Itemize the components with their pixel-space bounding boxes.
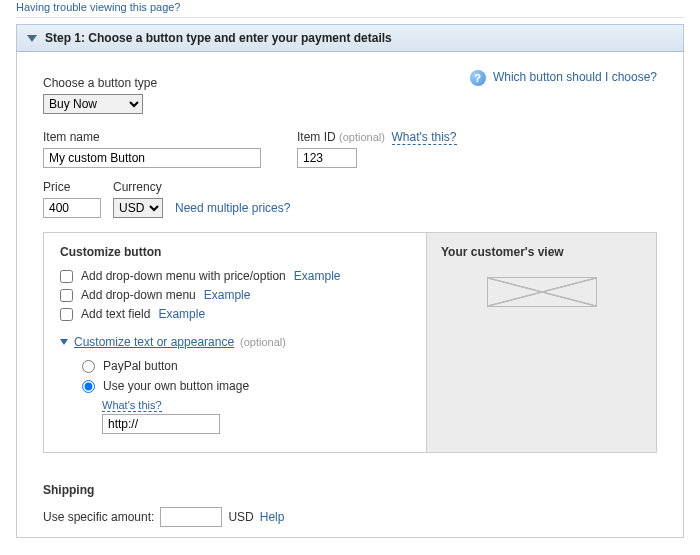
shipping-amount-input[interactable] [160, 507, 222, 527]
image-url-input[interactable] [102, 414, 220, 434]
item-name-input[interactable] [43, 148, 261, 168]
customer-view-panel: Your customer's view [426, 233, 656, 452]
radio-paypal-button[interactable] [82, 360, 95, 373]
whats-this-link[interactable]: What's this? [392, 130, 457, 145]
price-group: Price [43, 180, 101, 218]
placeholder-image-icon [487, 277, 597, 307]
opt-dropdown-price-row: Add drop-down menu with price/option Exa… [60, 269, 410, 283]
item-row: Item name Item ID (optional) What's this… [43, 130, 657, 168]
currency-select[interactable]: USD [113, 198, 163, 218]
trouble-link-text[interactable]: Having trouble viewing this page? [16, 1, 181, 13]
currency-label: Currency [113, 180, 163, 194]
customize-appearance-disclosure[interactable]: Customize text or appearance (optional) [60, 335, 410, 349]
opt-dropdown-example[interactable]: Example [204, 288, 251, 302]
divider [16, 17, 684, 18]
which-button-link[interactable]: Which button should I choose? [493, 70, 657, 84]
shipping-help-link[interactable]: Help [260, 510, 285, 524]
radio-paypal-label: PayPal button [103, 359, 178, 373]
help-icon: ? [470, 70, 486, 86]
customize-appearance-optional: (optional) [240, 336, 286, 348]
opt-textfield-checkbox[interactable] [60, 308, 73, 321]
step-1-panel: ? Which button should I choose? Choose a… [16, 52, 684, 538]
customize-left: Customize button Add drop-down menu with… [44, 233, 426, 452]
shipping-currency: USD [228, 510, 253, 524]
customer-view-title: Your customer's view [441, 245, 642, 259]
radio-paypal-row: PayPal button [82, 359, 410, 373]
whats-this-image-link[interactable]: What's this? [102, 399, 162, 412]
step-1-header[interactable]: Step 1: Choose a button type and enter y… [16, 24, 684, 52]
button-type-select[interactable]: Buy Now [43, 94, 143, 114]
price-input[interactable] [43, 198, 101, 218]
opt-dropdown-price-example[interactable]: Example [294, 269, 341, 283]
item-id-label: Item ID (optional) What's this? [297, 130, 457, 144]
item-id-group: Item ID (optional) What's this? [297, 130, 457, 168]
customize-appearance-link: Customize text or appearance [74, 335, 234, 349]
item-id-label-text: Item ID [297, 130, 336, 144]
customize-title: Customize button [60, 245, 410, 259]
shipping-section: Shipping Use specific amount: USD Help [43, 483, 657, 527]
price-label: Price [43, 180, 101, 194]
item-id-input[interactable] [297, 148, 357, 168]
opt-dropdown-checkbox[interactable] [60, 289, 73, 302]
item-name-group: Item name [43, 130, 261, 168]
chevron-down-icon [60, 339, 68, 345]
item-id-optional: (optional) [339, 131, 385, 143]
own-image-sub: What's this? [102, 399, 410, 434]
opt-dropdown-label: Add drop-down menu [81, 288, 196, 302]
shipping-title: Shipping [43, 483, 657, 497]
item-name-label: Item name [43, 130, 261, 144]
radio-own-image[interactable] [82, 380, 95, 393]
which-button-help: ? Which button should I choose? [470, 70, 657, 86]
customize-panel: Customize button Add drop-down menu with… [43, 232, 657, 453]
opt-dropdown-price-checkbox[interactable] [60, 270, 73, 283]
opt-dropdown-row: Add drop-down menu Example [60, 288, 410, 302]
price-row: Price Currency USD Need multiple prices? [43, 180, 657, 218]
opt-textfield-row: Add text field Example [60, 307, 410, 321]
chevron-down-icon [27, 35, 37, 42]
opt-dropdown-price-label: Add drop-down menu with price/option [81, 269, 286, 283]
shipping-specific-row: Use specific amount: USD Help [43, 507, 657, 527]
radio-own-image-label: Use your own button image [103, 379, 249, 393]
opt-textfield-example[interactable]: Example [158, 307, 205, 321]
currency-group: Currency USD [113, 180, 163, 218]
need-multiple-prices-link[interactable]: Need multiple prices? [175, 201, 290, 215]
multi-price-wrap: Need multiple prices? [175, 201, 290, 218]
opt-textfield-label: Add text field [81, 307, 150, 321]
step-title: Step 1: Choose a button type and enter y… [45, 31, 392, 45]
radio-own-image-row: Use your own button image [82, 379, 410, 393]
trouble-viewing-link[interactable]: Having trouble viewing this page? [0, 1, 181, 15]
shipping-specific-label: Use specific amount: [43, 510, 154, 524]
